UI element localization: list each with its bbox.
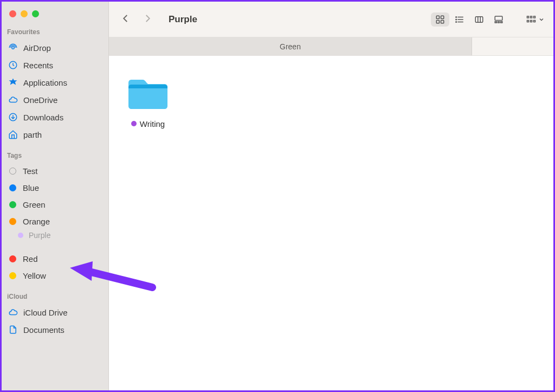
tag-circle-red-icon (9, 255, 16, 262)
sidebar-item-label: Green (23, 200, 46, 209)
home-icon (8, 130, 18, 139)
view-list-button[interactable] (450, 12, 469, 27)
svg-point-0 (12, 47, 15, 49)
zoom-window[interactable] (32, 10, 39, 17)
chevron-down-icon (538, 16, 545, 23)
tag-circle-empty-icon (9, 168, 16, 175)
sidebar-item-label: Yellow (23, 271, 46, 280)
download-icon (8, 112, 18, 122)
traffic-lights (2, 6, 108, 27)
folder-name: Writing (140, 119, 165, 128)
svg-rect-23 (534, 16, 535, 18)
main-area: Purple Green (109, 2, 553, 390)
view-columns-button[interactable] (470, 12, 488, 27)
view-switcher (430, 11, 509, 28)
sidebar-item-icloud-drive[interactable]: iCloud Drive (2, 304, 108, 321)
svg-rect-19 (498, 21, 500, 22)
svg-rect-21 (527, 16, 529, 18)
svg-rect-18 (495, 21, 496, 22)
tag-dot-purple-icon (131, 121, 137, 126)
svg-rect-22 (531, 16, 532, 18)
sidebar-item-home[interactable]: parth (2, 126, 108, 143)
close-window[interactable] (9, 10, 16, 17)
sidebar-item-label: Red (23, 254, 38, 264)
sidebar-tag-orange[interactable]: Orange (2, 213, 108, 230)
group-by-button[interactable] (525, 15, 545, 24)
sidebar-item-label: Purple (29, 231, 50, 240)
svg-rect-7 (441, 20, 444, 23)
document-icon (8, 325, 18, 335)
toolbar: Purple (109, 2, 553, 37)
sidebar-item-label: OneDrive (23, 95, 57, 105)
sidebar-tag-test[interactable]: Test (2, 163, 108, 179)
tag-circle-blue-icon (9, 184, 16, 191)
clock-icon (8, 60, 18, 70)
sidebar-item-airdrop[interactable]: AirDrop (2, 39, 108, 56)
sidebar-item-label: Documents (23, 325, 64, 335)
sidebar-item-label: Applications (23, 78, 67, 87)
svg-rect-26 (534, 20, 535, 22)
sidebar-item-documents[interactable]: Documents (2, 321, 108, 338)
sidebar-item-label: AirDrop (23, 43, 51, 53)
applications-icon (8, 78, 18, 87)
tab-green[interactable]: Green (109, 37, 472, 55)
view-gallery-button[interactable] (489, 12, 508, 27)
svg-point-11 (456, 16, 457, 17)
folder-label: Writing (131, 119, 165, 128)
svg-point-12 (456, 19, 457, 20)
forward-button[interactable] (143, 12, 152, 27)
sidebar-item-label: Downloads (23, 113, 63, 122)
airdrop-icon (8, 43, 18, 53)
sidebar-tag-purple-dragging[interactable]: Purple (2, 230, 108, 241)
tag-circle-green-icon (9, 201, 16, 208)
folder-item-writing[interactable]: Writing (122, 76, 174, 128)
minimize-window[interactable] (21, 10, 28, 17)
tab-bar: Green (109, 37, 553, 56)
window-title: Purple (169, 14, 197, 25)
sidebar-item-label: iCloud Drive (23, 308, 68, 317)
sidebar-item-label: Orange (23, 217, 50, 226)
tag-circle-purple-icon (18, 233, 23, 238)
sidebar-item-applications[interactable]: Applications (2, 74, 108, 91)
icloud-icon (8, 307, 18, 317)
svg-rect-14 (475, 16, 483, 22)
view-icons-button[interactable] (431, 12, 449, 27)
sidebar-item-label: Recents (23, 61, 53, 70)
section-heading-tags: Tags (2, 151, 108, 163)
folder-icon (122, 76, 174, 113)
tag-circle-yellow-icon (9, 272, 16, 279)
svg-rect-5 (441, 16, 444, 18)
sidebar-tag-green[interactable]: Green (2, 196, 108, 213)
sidebar-item-label: Blue (23, 183, 39, 192)
svg-rect-20 (501, 21, 502, 22)
back-button[interactable] (121, 12, 131, 27)
sidebar-tag-red[interactable]: Red (2, 250, 108, 267)
tab-label: Green (280, 42, 301, 51)
tag-circle-orange-icon (9, 218, 16, 225)
section-heading-icloud: iCloud (2, 292, 108, 304)
svg-rect-4 (436, 16, 439, 18)
svg-rect-24 (527, 20, 529, 22)
sidebar-item-recents[interactable]: Recents (2, 56, 108, 74)
sidebar-item-label: parth (23, 130, 42, 139)
svg-rect-25 (531, 20, 532, 22)
sidebar: Favourites AirDrop Recents Applications … (2, 2, 109, 390)
content-area[interactable]: Writing (109, 56, 553, 390)
sidebar-item-downloads[interactable]: Downloads (2, 108, 108, 126)
sidebar-item-onedrive[interactable]: OneDrive (2, 91, 108, 108)
sidebar-item-label: Test (23, 166, 38, 176)
sidebar-tag-blue[interactable]: Blue (2, 179, 108, 196)
nav-buttons (121, 12, 152, 27)
svg-rect-17 (495, 16, 502, 21)
svg-rect-6 (436, 20, 439, 23)
section-heading-favourites: Favourites (2, 27, 108, 39)
svg-point-13 (456, 21, 457, 22)
cloud-icon (8, 95, 18, 105)
sidebar-tag-yellow[interactable]: Yellow (2, 267, 108, 284)
